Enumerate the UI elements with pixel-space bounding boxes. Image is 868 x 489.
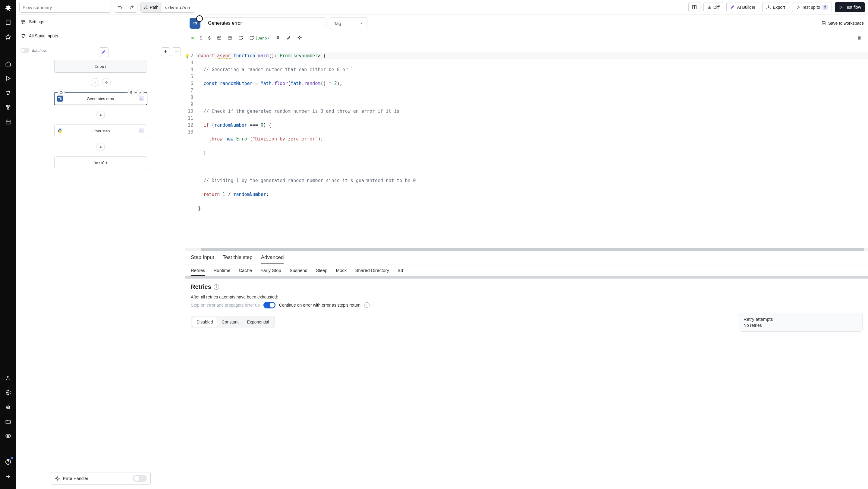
nav-star-icon[interactable] xyxy=(4,33,12,41)
mode-constant[interactable]: Constant xyxy=(217,317,243,327)
tab-test-step[interactable]: Test this step xyxy=(223,254,253,264)
editor-scrollbar[interactable] xyxy=(185,248,868,251)
add-step-button[interactable]: + xyxy=(91,78,99,87)
tool-format-icon[interactable] xyxy=(276,36,280,40)
retries-hint: After all retries attempts have been exh… xyxy=(191,295,863,299)
save-to-workspace-button[interactable]: Save to workspace xyxy=(822,21,864,26)
info-icon[interactable]: i xyxy=(214,284,219,290)
subtab-runtime[interactable]: Runtime xyxy=(214,268,230,276)
nav-resources-icon[interactable] xyxy=(4,103,12,112)
step-header: TS Tag Save to workspace xyxy=(185,15,868,32)
step-tabs-primary: Step Input Test this step Advanced xyxy=(185,251,868,265)
error-handler-card[interactable]: Error Handler xyxy=(51,472,151,485)
nav-variables-icon[interactable] xyxy=(4,89,12,97)
info-icon-2[interactable]: i xyxy=(364,302,370,308)
toggle-left-label: Stop on error and propagate error up xyxy=(191,303,260,307)
nav-settings-icon[interactable] xyxy=(4,388,12,397)
tool-cube-icon-2[interactable] xyxy=(227,36,232,40)
test-up-to-button[interactable]: Test up tod xyxy=(792,2,832,12)
nav-schedules-icon[interactable] xyxy=(4,118,12,126)
dataflow-toggle[interactable]: dataflow xyxy=(21,48,46,53)
subtab-suspend[interactable]: Suspend xyxy=(290,268,307,276)
editor-toolbar: $ $ (Deno) xyxy=(185,32,868,44)
svg-marker-31 xyxy=(797,6,799,8)
nav-runs-icon[interactable] xyxy=(4,74,12,83)
mode-disabled[interactable]: Disabled xyxy=(192,317,217,327)
line-gutter: 12345678910111213 xyxy=(185,44,196,248)
retry-attempts-card: Retry attempts No retries xyxy=(739,313,863,332)
subtab-s3[interactable]: S3 xyxy=(398,268,403,276)
add-step-button-3[interactable]: + xyxy=(96,143,105,151)
code-body[interactable]: export async function main(): Promise<nu… xyxy=(196,44,868,248)
zoom-in-button[interactable]: + xyxy=(161,47,170,56)
nav-folders-icon[interactable] xyxy=(4,417,12,426)
mode-exponential[interactable]: Exponential xyxy=(243,317,273,327)
ai-flow-button[interactable] xyxy=(99,47,108,57)
nav-home-icon[interactable] xyxy=(4,60,12,68)
svg-point-43 xyxy=(56,478,58,479)
ai-builder-button[interactable]: AI Builder xyxy=(726,2,759,12)
node-result[interactable]: Result xyxy=(54,156,147,169)
flow-summary-input[interactable] xyxy=(19,2,111,13)
subtab-mock[interactable]: Mock xyxy=(336,268,347,276)
node-delete-button[interactable]: ✕ xyxy=(136,89,144,96)
tab-step-input[interactable]: Step Input xyxy=(191,254,214,264)
flow-panel: Settings All Static Inputs dataflow + − xyxy=(16,15,185,489)
nav-help-icon[interactable] xyxy=(4,458,12,466)
settings-row[interactable]: Settings xyxy=(16,15,185,29)
tool-cube-icon[interactable] xyxy=(217,36,221,40)
subtab-sleep[interactable]: Sleep xyxy=(316,268,327,276)
tool-refresh-icon[interactable] xyxy=(239,36,243,40)
svg-line-49 xyxy=(59,480,59,480)
node-menu-icon[interactable] xyxy=(58,89,65,96)
svg-point-37 xyxy=(24,22,25,22)
tool-reload-deno[interactable]: (Deno) xyxy=(249,36,270,40)
export-button[interactable]: Export xyxy=(762,2,789,12)
nav-user-icon[interactable] xyxy=(4,374,12,382)
node-input[interactable]: Input xyxy=(54,60,147,73)
redo-button[interactable] xyxy=(126,2,137,12)
tag-select[interactable]: Tag xyxy=(330,17,367,29)
error-handler-toggle[interactable] xyxy=(133,475,147,482)
retry-attempts-title: Retry attempts xyxy=(744,316,858,322)
svg-point-23 xyxy=(7,435,9,437)
path-value: u/henri/err xyxy=(161,2,195,12)
undo-button[interactable] xyxy=(114,2,126,12)
nav-eye-icon[interactable] xyxy=(4,432,12,440)
node-badge: d xyxy=(138,96,144,101)
tool-dollar-icon-2[interactable]: $ xyxy=(208,36,211,40)
tab-advanced[interactable]: Advanced xyxy=(261,254,284,264)
docs-button[interactable] xyxy=(688,2,701,12)
svg-marker-6 xyxy=(7,76,10,80)
add-step-button-2[interactable]: + xyxy=(96,111,105,119)
zoom-out-button[interactable]: − xyxy=(172,47,181,56)
node-generates-error[interactable]: ✕ TS Generates error d xyxy=(54,92,147,105)
svg-marker-39 xyxy=(105,81,108,84)
tool-columns-icon[interactable] xyxy=(857,36,862,40)
panel-resize-handle[interactable] xyxy=(185,276,868,279)
subtab-shared-dir[interactable]: Shared Directory xyxy=(355,268,389,276)
dataflow-switch[interactable] xyxy=(21,48,30,53)
node-move-button[interactable] xyxy=(127,89,135,96)
subtab-early-stop[interactable]: Early Stop xyxy=(260,268,281,276)
step-name-input[interactable] xyxy=(204,17,327,29)
subtab-cache[interactable]: Cache xyxy=(239,268,252,276)
flow-canvas[interactable]: dataflow + − Input + xyxy=(16,43,185,489)
tool-spark-icon[interactable] xyxy=(297,36,302,40)
node-other-step[interactable]: Other step e xyxy=(54,124,147,137)
nav-building-icon[interactable] xyxy=(4,18,12,27)
add-trigger-button[interactable] xyxy=(102,78,111,87)
all-static-inputs-row[interactable]: All Static Inputs xyxy=(16,29,185,43)
continue-on-error-toggle[interactable] xyxy=(264,302,276,308)
test-flow-button[interactable]: Test flow xyxy=(835,2,865,12)
app-logo xyxy=(4,4,12,12)
status-dot xyxy=(191,37,194,39)
tool-dollar-icon[interactable]: $ xyxy=(200,36,202,40)
path-segment[interactable]: Path u/henri/err xyxy=(141,2,195,13)
nav-collapse-icon[interactable] xyxy=(4,472,12,481)
subtab-retries[interactable]: Retries xyxy=(191,268,205,276)
nav-workers-icon[interactable] xyxy=(4,403,12,411)
code-editor[interactable]: 12345678910111213 export async function … xyxy=(185,44,868,248)
diff-button[interactable]: Diff xyxy=(704,2,724,12)
tool-ai-icon[interactable] xyxy=(286,36,291,40)
